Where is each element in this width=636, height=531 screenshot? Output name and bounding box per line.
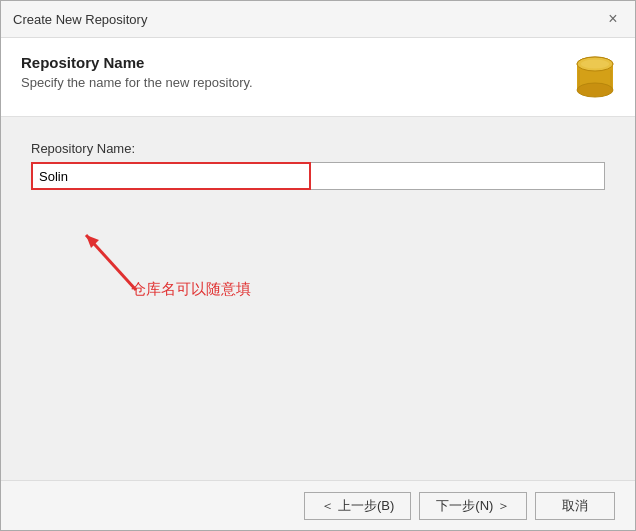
database-icon <box>575 56 615 100</box>
header-text: Repository Name Specify the name for the… <box>21 54 253 90</box>
header-subtitle: Specify the name for the new repository. <box>21 75 253 90</box>
field-label: Repository Name: <box>31 141 605 156</box>
input-row <box>31 162 605 190</box>
header-title: Repository Name <box>21 54 253 71</box>
svg-point-2 <box>577 83 613 97</box>
repository-name-input[interactable] <box>31 162 311 190</box>
create-repository-dialog: Create New Repository × Repository Name … <box>0 0 636 531</box>
dialog-title: Create New Repository <box>13 12 147 27</box>
next-button[interactable]: 下一步(N) ＞ <box>419 492 527 520</box>
back-button[interactable]: ＜ 上一步(B) <box>304 492 411 520</box>
header-section: Repository Name Specify the name for the… <box>1 38 635 117</box>
title-bar: Create New Repository × <box>1 1 635 38</box>
cancel-button[interactable]: 取消 <box>535 492 615 520</box>
repository-name-input-secondary[interactable] <box>311 162 605 190</box>
close-button[interactable]: × <box>603 9 623 29</box>
content-section: Repository Name: 仓库名可以随意填 <box>1 117 635 480</box>
annotation-text: 仓库名可以随意填 <box>131 280 251 299</box>
svg-point-4 <box>581 60 609 69</box>
annotation-area: 仓库名可以随意填 <box>31 220 605 340</box>
footer-section: ＜ 上一步(B) 下一步(N) ＞ 取消 <box>1 480 635 530</box>
